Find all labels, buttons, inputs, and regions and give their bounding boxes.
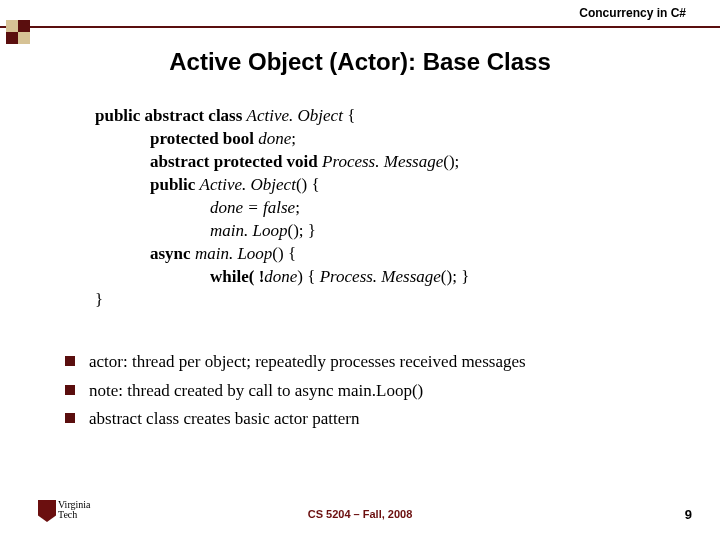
code-text: while( ! bbox=[210, 267, 264, 286]
header-line bbox=[0, 26, 720, 28]
code-text: main. Loop bbox=[210, 221, 287, 240]
slide-title: Active Object (Actor): Base Class bbox=[0, 48, 720, 76]
code-text: done bbox=[258, 129, 291, 148]
code-text: done bbox=[264, 267, 297, 286]
list-item: note: thread created by call to async ma… bbox=[65, 379, 680, 404]
bullet-icon bbox=[65, 385, 75, 395]
code-text: (); bbox=[443, 152, 459, 171]
code-text: ) { bbox=[297, 267, 319, 286]
code-text: } bbox=[95, 289, 680, 312]
deco-square bbox=[6, 20, 18, 32]
list-item: abstract class creates basic actor patte… bbox=[65, 407, 680, 432]
code-text: Process. Message bbox=[320, 267, 441, 286]
deco-square bbox=[18, 32, 30, 44]
code-text: abstract protected void bbox=[150, 152, 322, 171]
bullet-list: actor: thread per object; repeatedly pro… bbox=[65, 350, 680, 436]
code-text: Active. Object bbox=[247, 106, 343, 125]
header-divider bbox=[0, 18, 720, 38]
bullet-text: actor: thread per object; repeatedly pro… bbox=[89, 350, 526, 375]
code-text: ; bbox=[295, 198, 300, 217]
code-text: done = false bbox=[210, 198, 295, 217]
code-text: ; bbox=[291, 129, 296, 148]
bullet-text: note: thread created by call to async ma… bbox=[89, 379, 423, 404]
code-text: public abstract class bbox=[95, 106, 247, 125]
code-text: main. Loop bbox=[195, 244, 272, 263]
page-number: 9 bbox=[685, 507, 692, 522]
list-item: actor: thread per object; repeatedly pro… bbox=[65, 350, 680, 375]
bullet-icon bbox=[65, 356, 75, 366]
code-text: (); } bbox=[287, 221, 315, 240]
code-text: Process. Message bbox=[322, 152, 443, 171]
code-text: async bbox=[150, 244, 195, 263]
code-text: public bbox=[150, 175, 200, 194]
header-topic: Concurrency in C# bbox=[575, 6, 690, 20]
code-text: Active. Object bbox=[200, 175, 296, 194]
slide-footer: Virginia Tech CS 5204 – Fall, 2008 9 bbox=[0, 498, 720, 522]
code-text: protected bool bbox=[150, 129, 258, 148]
code-text: () { bbox=[272, 244, 296, 263]
code-text: () { bbox=[296, 175, 320, 194]
bullet-text: abstract class creates basic actor patte… bbox=[89, 407, 359, 432]
code-text: (); } bbox=[441, 267, 469, 286]
deco-square bbox=[6, 32, 18, 44]
bullet-icon bbox=[65, 413, 75, 423]
code-text: { bbox=[343, 106, 355, 125]
deco-square bbox=[18, 20, 30, 32]
footer-course: CS 5204 – Fall, 2008 bbox=[0, 508, 720, 520]
code-listing: public abstract class Active. Object { p… bbox=[95, 105, 680, 311]
